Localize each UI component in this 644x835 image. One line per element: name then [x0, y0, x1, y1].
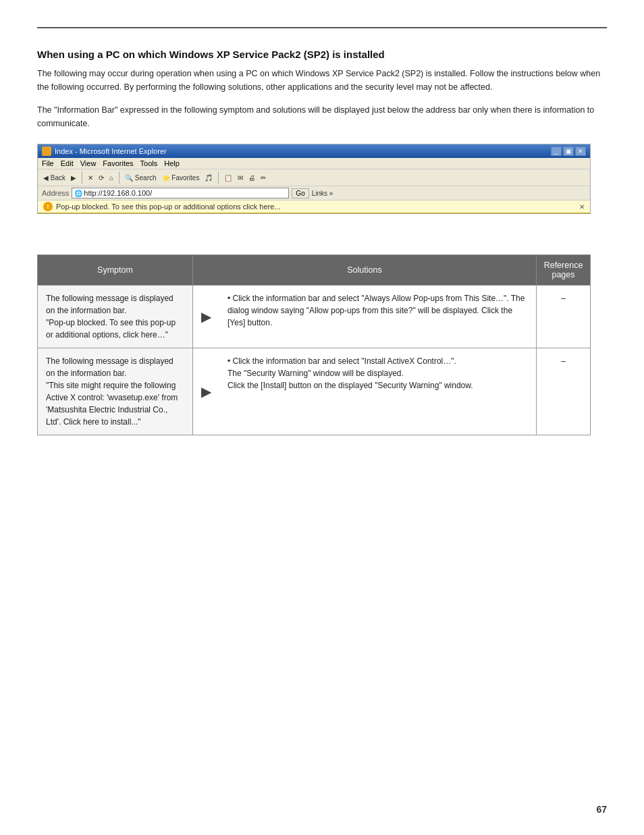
ie-app-icon: [42, 146, 51, 156]
ie-restore-btn[interactable]: ▣: [563, 146, 574, 156]
table-header-reference: Reference pages: [537, 255, 591, 286]
table-header-symptom: Symptom: [38, 255, 193, 286]
ie-refresh-btn[interactable]: ⟳: [97, 174, 105, 182]
solution-text-2: • Click the information bar and select "…: [227, 356, 473, 390]
ref-cell-2: –: [537, 348, 591, 435]
ie-page-icon: 🌐: [74, 190, 82, 197]
table-row: The following message is displayed on th…: [38, 286, 591, 348]
arrow-cell-2: ▶: [193, 348, 220, 435]
ie-address-bar: Address 🌐 http://192.168.0.100/ Go Links…: [38, 186, 590, 200]
ie-menubar: File Edit View Favorites Tools Help: [38, 158, 590, 169]
ie-info-bar: ! Pop-up blocked. To see this pop-up or …: [38, 200, 590, 213]
symptom-cell-2: The following message is displayed on th…: [38, 348, 193, 435]
ie-forward-btn[interactable]: ▶: [70, 174, 78, 182]
ie-stop-btn[interactable]: ✕: [86, 174, 95, 182]
ref-value-2: –: [561, 356, 566, 366]
page-number: 67: [596, 804, 607, 815]
solutions-cell-1: • Click the information bar and select "…: [219, 286, 537, 348]
ie-menu-edit[interactable]: Edit: [61, 159, 74, 167]
ref-value-1: –: [561, 294, 566, 303]
ie-mail-btn[interactable]: ✉: [236, 174, 244, 182]
ie-toolbar-sep2: [119, 171, 119, 184]
symptom-cell-1: The following message is displayed on th…: [38, 286, 193, 348]
ie-back-btn[interactable]: ◀ Back: [42, 174, 67, 182]
arrow-cell-1: ▶: [193, 286, 220, 348]
ie-window-controls: _ ▣ ✕: [551, 146, 586, 156]
symptom-text-2: The following message is displayed on th…: [46, 356, 178, 427]
ie-minimize-btn[interactable]: _: [551, 146, 562, 156]
ie-favorites-btn[interactable]: ⭐ Favorites: [161, 174, 201, 182]
page-title: When using a PC on which Windows XP Serv…: [37, 49, 607, 60]
ie-address-value[interactable]: http://192.168.0.100/: [84, 189, 286, 197]
ie-menu-view[interactable]: View: [80, 159, 97, 167]
ie-info-bar-right: ✕: [579, 203, 585, 211]
solution-text-1: • Click the information bar and select "…: [227, 294, 525, 327]
top-border: [37, 27, 607, 28]
ie-menu-help[interactable]: Help: [164, 159, 180, 167]
arrow-icon-1: ▶: [201, 309, 211, 324]
ie-close-btn[interactable]: ✕: [575, 146, 586, 156]
ref-cell-1: –: [537, 286, 591, 348]
ie-links-label: Links »: [312, 190, 333, 197]
ie-toolbar-sep3: [218, 171, 219, 184]
ie-menu-favorites[interactable]: Favorites: [103, 159, 133, 167]
ie-title-bar: Index - Microsoft Internet Explorer _ ▣ …: [38, 144, 590, 158]
ie-info-bar-left: ! Pop-up blocked. To see this pop-up or …: [43, 202, 280, 211]
ie-address-label: Address: [42, 189, 69, 197]
ie-home-btn[interactable]: ⌂: [108, 174, 115, 182]
ie-search-btn[interactable]: 🔍 Search: [124, 174, 157, 182]
ie-window-title: Index - Microsoft Internet Explorer: [55, 147, 167, 155]
ie-print-btn[interactable]: 🖨: [247, 174, 257, 182]
ie-menu-tools[interactable]: Tools: [140, 159, 158, 167]
arrow-icon-2: ▶: [201, 384, 211, 399]
ie-toolbar-sep1: [82, 171, 82, 184]
ie-edit-page-btn[interactable]: ✏: [259, 174, 267, 182]
ie-browser-mockup: Index - Microsoft Internet Explorer _ ▣ …: [37, 144, 591, 214]
ie-media-btn[interactable]: 🎵: [203, 174, 214, 182]
ie-toolbar: ◀ Back ▶ ✕ ⟳ ⌂ 🔍 Search ⭐ Favorites 🎵 📋 …: [38, 169, 590, 186]
ie-history-btn[interactable]: 📋: [223, 174, 234, 182]
ie-go-button[interactable]: Go: [292, 188, 308, 198]
intro-text-2: The "Information Bar" expressed in the f…: [37, 103, 607, 130]
ie-info-bar-close-btn[interactable]: ✕: [579, 203, 585, 211]
table-header-solutions: Solutions: [193, 255, 537, 286]
ie-menu-file[interactable]: File: [42, 159, 54, 167]
ie-info-bar-text: Pop-up blocked. To see this pop-up or ad…: [56, 203, 280, 211]
ie-info-bar-icon: !: [43, 202, 53, 211]
ie-address-icon: 🌐 http://192.168.0.100/: [72, 188, 289, 198]
symptom-table: Symptom Solutions Reference pages The fo…: [37, 254, 591, 435]
symptom-text-1: The following message is displayed on th…: [46, 294, 176, 340]
table-row: The following message is displayed on th…: [38, 348, 591, 435]
solutions-cell-2: • Click the information bar and select "…: [219, 348, 537, 435]
intro-text-1: The following may occur during operation…: [37, 67, 607, 94]
